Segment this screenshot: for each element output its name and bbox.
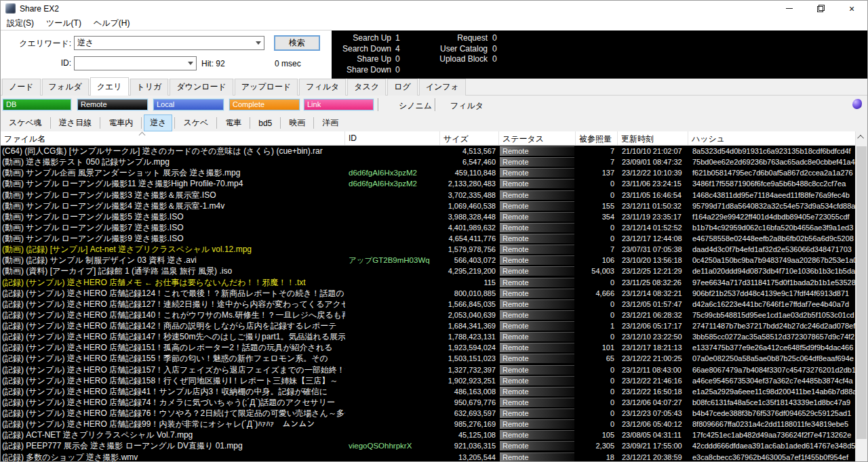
table-row[interactable]: (記録) (サンプル) 逆さHERO 店舗記録74！カメラに気づいちゃう(;´Д… [1, 397, 856, 408]
table-row[interactable]: (記録) 多数のショップ 逆さ撮影.wmv13,205,544Remote182… [1, 452, 856, 462]
hash-cell: f621b05814795ec7d6b0af5a867d2ccea2a1a276 [688, 167, 856, 178]
table-row[interactable]: (動画) サンプル ローアングル撮影3 逆さ撮影＆展示室.ISO3,702,33… [1, 190, 856, 201]
table-row[interactable]: (記録) (サンプル) 逆さHERO 店舗記録158！行くぜ同地区撮りⅠ！レポー… [1, 375, 856, 386]
refs-cell: 65 [576, 353, 618, 364]
id-cell [345, 429, 440, 440]
time-cell: 23/12/14 08:32:21 [618, 288, 688, 299]
tab-ノード[interactable]: ノード [2, 79, 41, 96]
table-row[interactable]: (記録) (サンプル) 逆さHERO 店舗記録127！連続2日撮り！途中から内容… [1, 299, 856, 310]
tab-ログ[interactable]: ログ [387, 79, 418, 96]
vertical-scrollbar[interactable] [855, 131, 867, 461]
time-cell: 23/12/25 12:21:29 [618, 266, 688, 276]
legend-button-link[interactable]: Link [304, 99, 374, 110]
stat-label-user-catalog: User Catalog [428, 44, 488, 54]
table-row[interactable]: (記録) (サンプル) 逆さHERO 店舗記録157！入店フェイズから退店フェイ… [1, 364, 856, 375]
status-cell: Remote [499, 178, 576, 189]
refs-cell: 7 [576, 244, 618, 255]
hash-cell: daad4d3c0f7b4efd1af32d2e536066d348471703 [688, 244, 856, 255]
menu-item-settings[interactable]: 設定(S) [1, 16, 40, 30]
legend-link-1[interactable]: フィルタ [450, 100, 484, 112]
tab-クエリ[interactable]: クエリ [90, 77, 129, 96]
query-tab-逆さ目線[interactable]: 逆さ目線 [53, 114, 98, 131]
size-cell: 1,579,978,756 [440, 244, 499, 255]
table-row[interactable]: (記録) (サンプル) 逆さHERO 店舗記録124！これで最後！？新商品レポー… [1, 288, 856, 299]
table-row[interactable]: (動画) サンプル ローアングル撮影7 逆さ撮影.ISO4,401,989,63… [1, 222, 856, 233]
file-name-cell: (記録) (サンプル) 逆さHERO 店舗記録76！ウソやろ？2日続けて限定品の… [1, 408, 345, 419]
tab-アップロード[interactable]: アップロード [235, 79, 298, 96]
table-row[interactable]: (記録) (サンプル) 逆さHERO 店舗記録140！これがウワサのMs.研修生… [1, 310, 856, 320]
file-name-cell: (記録) (サンプル) 逆さHERO 店舗記録41！サンプル店内3！収納棚の中身… [1, 386, 345, 397]
table-row[interactable]: (動画) サンプル ローアングル撮影4 逆さ撮影＆展示室-1.m4v1,069,… [1, 201, 856, 211]
query-tab-洋画[interactable]: 洋画 [316, 114, 344, 131]
table-row[interactable]: (記録) (サンプル) 逆さHERO 店舗記録41！サンプル店内3！収納棚の中身… [1, 386, 856, 397]
chevron-down-icon[interactable] [253, 41, 264, 45]
legend-button-db[interactable]: DB [3, 99, 71, 110]
query-word-combobox[interactable]: 逆さ [74, 36, 264, 50]
column-header-3[interactable]: ステータス [499, 131, 576, 145]
table-row[interactable]: (記録) (サンプル) 逆さHERO 店舗記録99！内装が非常にオシャレ(´Д`… [1, 419, 856, 429]
size-cell: 45,125,108 [440, 429, 499, 440]
legend-button-local[interactable]: Local [153, 99, 224, 110]
table-row[interactable]: (動画) サンプル ローアングル撮影11 逆さ撮影High Profile-70… [1, 178, 856, 189]
restore-button[interactable] [805, 1, 836, 16]
column-header-1[interactable]: ID [345, 131, 440, 145]
query-tab-電車[interactable]: 電車 [219, 114, 248, 131]
table-row[interactable]: (動画) サンプル企画 風景アンダーショット 展示会 逆さ撮影.mpgd6d6f… [1, 167, 856, 178]
stats-panel: Search Up1Search Down4Share Up0Share Dow… [332, 30, 867, 79]
tab-タスク[interactable]: タスク [347, 79, 386, 96]
table-row[interactable]: (記録) (サンプル) 逆さHERO 店舗メモ ← お仕事は要らないんだわ！！邪… [1, 277, 856, 288]
table-row[interactable]: (動画) 逆さ撮影テスト 050 記録サンプル.mpg6,547,460Remo… [1, 156, 856, 167]
scroll-up-button[interactable] [856, 131, 867, 143]
table-row[interactable]: (記録) ACT-NET 逆さプリクラスペシャル Vol.7.mpg45,125… [1, 429, 856, 440]
legend-link-0[interactable]: シノニム [399, 100, 432, 112]
status-cell: Remote [499, 277, 576, 288]
query-tab-スケベ魂[interactable]: スケベ魂 [3, 114, 48, 131]
table-row[interactable]: (記録) (サンプル) 逆さHERO 店舗記録76！ウソやろ？2日続けて限定品の… [1, 408, 856, 419]
minimize-button[interactable] [774, 1, 805, 16]
table-row[interactable]: (記録) (サンプル) 逆さHERO 店舗記録151！孤高のレポーター2！話題の… [1, 342, 856, 353]
tab-separator [50, 117, 51, 129]
table-row[interactable]: (記録) (サンプル) 逆さHERO 店舗記録142！商品の説明をしながら店内を… [1, 320, 856, 331]
chevron-down-icon[interactable] [185, 62, 196, 65]
hash-cell: 75c99cb548815d95ee1cd1ae03d2b5f1053c01cd [688, 310, 856, 320]
legend-button-complete[interactable]: Complete [229, 99, 300, 110]
id-combobox[interactable] [74, 56, 197, 70]
hash-cell: e3ca8cbecc367962b463005a7ef1f455b0f954ef [688, 452, 856, 461]
table-row[interactable]: (記録) (サンプル) 逆さHERO 店舗記録147！秒速50m先へのはしご撮り… [1, 331, 856, 342]
tab-フォルダ[interactable]: フォルダ [42, 79, 89, 96]
column-header-2[interactable]: サイズ [440, 131, 499, 145]
status-cell: Remote [499, 397, 576, 408]
hash-cell: 97ee6634a717d31184175d0f1bada2b1b1e53528 [688, 277, 856, 288]
tab-ダウンロード[interactable]: ダウンロード [170, 79, 233, 96]
refs-cell: 0 [576, 331, 618, 342]
tab-トリガ[interactable]: トリガ [130, 79, 169, 96]
column-header-5[interactable]: 更新時刻 [618, 131, 688, 145]
query-tab-電車内[interactable]: 電車内 [102, 114, 139, 131]
legend-button-remote[interactable]: Remote [77, 99, 148, 110]
table-row[interactable]: (記録) (サンプル) 逆さHERO 店舗記録155！季節の匂い！魅惑の新作フェ… [1, 353, 856, 364]
search-button[interactable]: 検索 [274, 35, 320, 51]
scrollbar-thumb[interactable] [856, 146, 867, 439]
table-row[interactable]: (C64) (同人CG集) [サンプルサークル] 逆さのカードのその意味は (さ… [1, 146, 856, 156]
query-tab-bd5[interactable]: bd5 [252, 116, 278, 131]
table-row[interactable]: (動画) サンプル ローアングル撮影5 逆さ撮影.ISO3,988,328,44… [1, 211, 856, 222]
table-row[interactable]: (動画) (記録) [サンプル] Act-net 逆さプリクラスペシャル vol… [1, 244, 856, 255]
refs-cell: 101 [576, 342, 618, 353]
tab-インフォ[interactable]: インフォ [419, 79, 466, 96]
menu-item-tools[interactable]: ツール(T) [40, 16, 87, 30]
table-row[interactable]: (記録) PEEP777 展示会 逆さ撮影 ローアングル DV直撮り 01.mp… [1, 440, 856, 451]
table-row[interactable]: (動画) サンプル ローアングル撮影9 逆さ撮影.ISO4,654,411,77… [1, 233, 856, 244]
menu-item-help[interactable]: ヘルプ(H) [87, 16, 136, 30]
close-button[interactable]: × [836, 1, 867, 16]
table-row[interactable]: (動画) (記録) サンプル 制服デザイン 03 資料 逆さ.aviアップGT2… [1, 255, 856, 266]
file-name-cell: (記録) 多数のショップ 逆さ撮影.wmv [1, 452, 345, 461]
hash-cell: e46758558e02448eefb2a8b6fb02b56a6d9c5208 [688, 233, 856, 244]
tab-フィルタ[interactable]: フィルタ [299, 79, 346, 96]
column-header-0[interactable]: ファイル名 [1, 131, 345, 145]
query-tab-逆さ[interactable]: 逆さ [144, 114, 172, 131]
column-header-4[interactable]: 被参照量 [576, 131, 618, 145]
query-tab-スケベ[interactable]: スケベ [177, 114, 214, 131]
query-tab-映画[interactable]: 映画 [283, 114, 311, 131]
table-row[interactable]: (動画) (資料) [アーカイブ] 記録館 1 (通学路 温泉 旅行 風景) .… [1, 266, 856, 276]
column-header-6[interactable]: ハッシュ [688, 131, 856, 145]
